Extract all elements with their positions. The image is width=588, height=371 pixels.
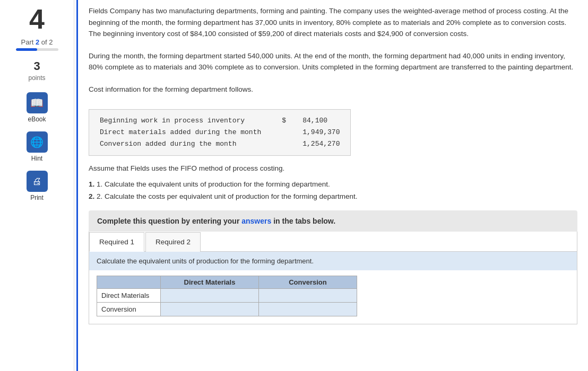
input-dm-dm-field[interactable] — [161, 289, 258, 302]
print-icon: 🖨 — [32, 176, 42, 187]
row-label-dm: Direct Materials — [97, 288, 161, 302]
instructions: 1. 1. Calculate the equivalent units of … — [89, 179, 577, 203]
col-header-dm: Direct Materials — [161, 276, 259, 288]
cost-table-content: Beginning work in process inventory $ 84… — [100, 115, 340, 150]
answer-table-wrapper: Direct Materials Conversion Direct Mater… — [89, 270, 577, 324]
cost-table: Beginning work in process inventory $ 84… — [89, 109, 351, 156]
answers-link: answers — [241, 217, 271, 225]
main-content: Fields Company has two manufacturing dep… — [76, 0, 588, 371]
instruction2: 2. 2. Calculate the costs per equivalent… — [89, 191, 577, 203]
instruction1: 1. 1. Calculate the equivalent units of … — [89, 179, 577, 191]
book-icon: 📖 — [30, 96, 44, 109]
hint-label: Hint — [31, 155, 42, 162]
points-label: points — [28, 74, 45, 82]
sidebar: 4 Part 2 of 2 3 points 📖 eBook 🌐 Hint 🖨 … — [0, 0, 74, 371]
paragraph2: During the month, the forming department… — [89, 45, 577, 73]
part-label: Part 2 of 2 — [21, 38, 53, 46]
table-row-dm: Direct Materials — [97, 288, 357, 302]
input-conv-conv-field[interactable] — [259, 303, 357, 316]
points-number: 3 — [33, 59, 40, 73]
input-conv-conv[interactable] — [259, 302, 357, 316]
tabs-header: Required 1 Required 2 — [89, 232, 577, 252]
ebook-label: eBook — [28, 116, 46, 123]
print-label: Print — [30, 194, 44, 201]
input-dm-dm[interactable] — [161, 288, 259, 302]
tab-required2[interactable]: Required 2 — [145, 232, 201, 252]
input-dm-conv[interactable] — [259, 288, 357, 302]
input-conv-dm[interactable] — [161, 302, 259, 316]
progress-fill — [16, 48, 37, 51]
row-label-conv: Conversion — [97, 302, 161, 316]
tab-required1[interactable]: Required 1 — [89, 232, 144, 252]
cost-info-heading: Cost information for the forming departm… — [89, 78, 577, 95]
paragraph1: Fields Company has two manufacturing dep… — [89, 0, 577, 40]
hint-button[interactable]: 🌐 Hint — [27, 131, 48, 162]
question-number: 4 — [29, 5, 45, 33]
tabs-container: Required 1 Required 2 Calculate the equi… — [89, 232, 577, 324]
hint-icon: 🌐 — [30, 136, 44, 148]
col-header-conv: Conversion — [259, 276, 357, 288]
input-dm-conv-field[interactable] — [259, 289, 357, 302]
hint-icon-box: 🌐 — [27, 131, 48, 153]
ebook-icon-box: 📖 — [27, 92, 48, 113]
tab1-instruction: Calculate the equivalent units of produc… — [89, 252, 577, 270]
complete-banner: Complete this question by entering your … — [89, 210, 577, 232]
print-button[interactable]: 🖨 Print — [27, 171, 48, 201]
progress-bar — [16, 48, 58, 51]
col-header-empty — [97, 276, 161, 288]
print-icon-box: 🖨 — [27, 171, 48, 192]
ebook-button[interactable]: 📖 eBook — [27, 92, 48, 123]
table-row-conv: Conversion — [97, 302, 357, 316]
answer-table: Direct Materials Conversion Direct Mater… — [97, 276, 357, 316]
input-conv-dm-field[interactable] — [161, 303, 258, 316]
assume-text: Assume that Fields uses the FIFO method … — [89, 164, 577, 172]
tab1-content: Calculate the equivalent units of produc… — [89, 252, 577, 324]
